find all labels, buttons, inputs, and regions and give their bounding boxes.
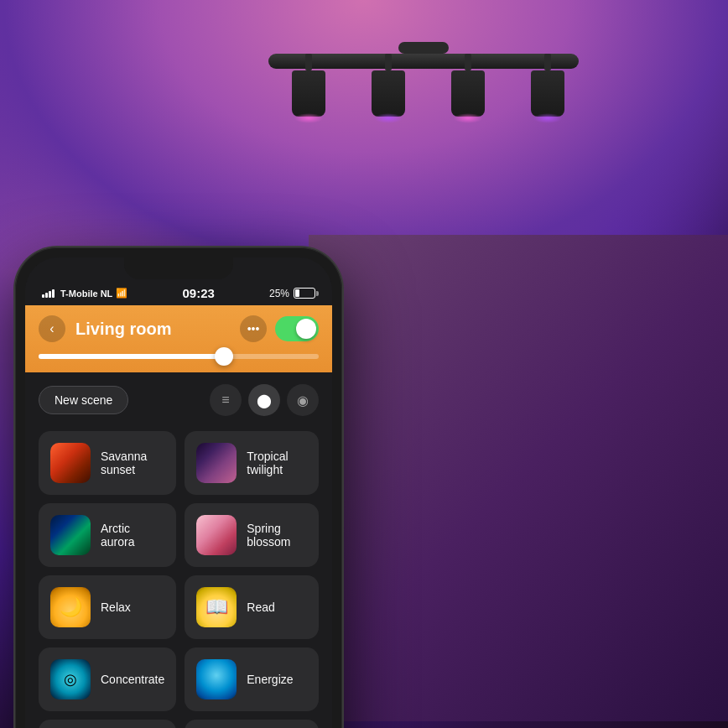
scene-dimmed[interactable]: ☀ Dimmed [185, 720, 319, 728]
scene-label-read: Read [247, 601, 274, 614]
list-view-button[interactable]: ≡ [210, 384, 242, 416]
scene-label-concentrate: Concentrate [101, 673, 164, 686]
scene-controls-bar: New scene ≡ ⬤ ◉ [25, 372, 332, 428]
palette-icon: ⬤ [257, 393, 272, 408]
scene-thumb-concentrate: ◎ [50, 659, 91, 699]
scene-tropical-twilight[interactable]: Tropical twilight [185, 431, 319, 495]
scene-spring-blossom[interactable]: Spring blossom [185, 503, 319, 567]
scene-arctic-aurora[interactable]: Arctic aurora [39, 503, 176, 567]
scene-label-spring: Spring blossom [247, 522, 307, 549]
scene-grid: Savanna sunset Tropical twilight Arctic … [25, 428, 332, 728]
scene-thumb-arctic [50, 515, 91, 555]
scene-bright[interactable]: ✨ Bright [39, 720, 176, 728]
brightness-slider[interactable] [39, 354, 319, 359]
scene-label-tropical: Tropical twilight [247, 450, 307, 476]
status-time: 09:23 [182, 286, 214, 300]
wifi-icon: 📶 [116, 288, 127, 299]
scene-energize[interactable]: Energize [185, 647, 319, 711]
scene-label-relax: Relax [101, 601, 131, 614]
view-controls: ≡ ⬤ ◉ [210, 384, 319, 416]
battery-percent: 25% [269, 288, 289, 299]
scene-label-savanna: Savanna sunset [101, 450, 164, 476]
list-icon: ≡ [221, 393, 229, 408]
phone-frame: T-Mobile NL 📶 09:23 25% ‹ Living room [15, 247, 342, 728]
scene-thumb-read: 📖 [196, 587, 237, 627]
scene-savanna-sunset[interactable]: Savanna sunset [39, 431, 176, 495]
scene-concentrate[interactable]: ◎ Concentrate [39, 647, 176, 711]
grid-view-button[interactable]: ⬤ [248, 384, 280, 416]
scene-thumb-relax: 🌙 [50, 587, 91, 627]
scene-thumb-energize [196, 659, 237, 699]
ceiling-fixture [268, 50, 579, 69]
phone-notch [124, 257, 233, 279]
room-ceiling-glow [0, 0, 728, 268]
phone-device: T-Mobile NL 📶 09:23 25% ‹ Living room [15, 247, 351, 728]
new-scene-button[interactable]: New scene [39, 386, 128, 414]
scene-relax[interactable]: 🌙 Relax [39, 575, 176, 639]
room-toggle[interactable] [275, 316, 319, 341]
scene-thumb-tropical [196, 443, 237, 483]
carrier-label: T-Mobile NL [60, 289, 112, 299]
scene-thumb-spring [196, 515, 237, 555]
color-view-button[interactable]: ◉ [287, 384, 319, 416]
more-dots-icon: ••• [247, 322, 260, 335]
light-1 [292, 54, 325, 117]
room-wall [309, 235, 728, 721]
phone-screen: T-Mobile NL 📶 09:23 25% ‹ Living room [25, 257, 332, 728]
scene-thumb-savanna [50, 443, 91, 483]
battery-icon [294, 288, 315, 299]
status-left: T-Mobile NL 📶 [42, 288, 127, 299]
more-options-button[interactable]: ••• [240, 315, 267, 342]
light-3 [451, 54, 485, 117]
light-4 [531, 54, 564, 117]
color-icon: ◉ [297, 393, 309, 408]
scene-read[interactable]: 📖 Read [185, 575, 319, 639]
back-button[interactable]: ‹ [39, 315, 65, 342]
scene-label-energize: Energize [247, 673, 293, 686]
light-2 [372, 54, 405, 117]
status-right: 25% [269, 288, 315, 299]
app-header: ‹ Living room ••• [25, 305, 332, 372]
scene-label-arctic: Arctic aurora [101, 522, 164, 549]
signal-icon [42, 289, 55, 298]
room-title: Living room [75, 320, 240, 339]
